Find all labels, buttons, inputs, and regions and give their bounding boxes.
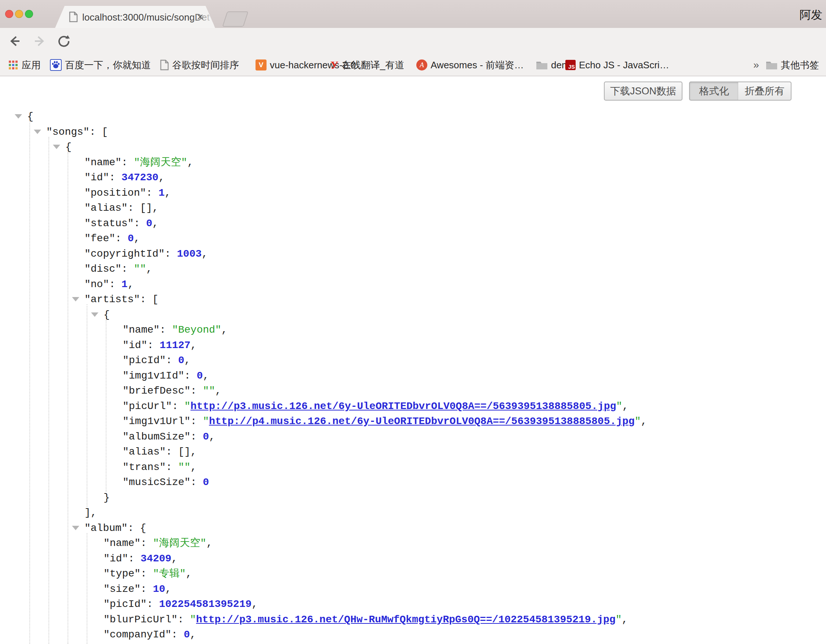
json-token: "no" xyxy=(84,279,109,290)
json-url-link[interactable]: http://p4.music.126.net/6y-UleORITEDbvrO… xyxy=(209,416,634,427)
json-token: "status" xyxy=(84,218,134,229)
tab-close-icon[interactable]: × xyxy=(197,11,203,23)
json-token: 0 xyxy=(146,218,152,229)
json-line: "name": "海阔天空", xyxy=(0,155,826,171)
json-token: : xyxy=(115,233,128,244)
json-line: "artists": [ xyxy=(0,292,826,307)
window-zoom-button[interactable] xyxy=(25,10,33,18)
json-token: "type" xyxy=(104,568,141,579)
json-token: 1 xyxy=(158,187,165,199)
browser-tab[interactable]: localhost:3000/music/songDet × xyxy=(55,6,215,28)
json-token: : xyxy=(166,461,179,473)
json-line: "picId": 102254581395219, xyxy=(0,597,826,612)
json-line: "albumSize": 0, xyxy=(0,429,826,445)
json-token: : [], xyxy=(128,202,158,214)
collapse-toggle-icon[interactable] xyxy=(53,145,60,149)
json-token: , xyxy=(190,629,196,640)
json-line: "copyrightId": 1003, xyxy=(0,246,826,262)
bookmark-item-awesomes[interactable]: A Awesomes - 前端资… xyxy=(416,54,524,76)
json-token: "海阔天空" xyxy=(134,157,187,168)
bookmark-label: Echo JS - JavaScri… xyxy=(579,59,669,71)
json-url-link[interactable]: http://p3.music.126.net/QHw-RuMwfQkmgtiy… xyxy=(196,614,616,625)
json-token: "name" xyxy=(104,537,141,549)
bookmark-label: 百度一下，你就知道 xyxy=(65,59,151,71)
json-token: 347230 xyxy=(121,172,158,183)
json-token: "picId" xyxy=(123,355,166,366)
json-token: 1003 xyxy=(177,248,202,259)
json-token: 11127 xyxy=(160,340,191,351)
json-token: " xyxy=(616,614,622,625)
bookmark-item-baidu[interactable]: 百度一下，你就知道 xyxy=(50,54,151,76)
window-titlebar: localhost:3000/music/songDet × 阿发 xyxy=(0,0,826,28)
json-token: 0 xyxy=(128,233,134,244)
json-line: "position": 1, xyxy=(0,185,826,201)
json-line: "album": { xyxy=(0,521,826,536)
json-line: "trans": "", xyxy=(0,460,826,475)
json-line: "disc": "", xyxy=(0,261,826,277)
json-line: "songs": [ xyxy=(0,124,826,140)
browser-profile-name: 阿发 xyxy=(800,7,822,23)
collapse-toggle-icon[interactable] xyxy=(72,297,79,301)
bookmarks-overflow-chevron[interactable]: » xyxy=(753,54,759,76)
bookmark-label: 应用 xyxy=(22,59,41,71)
bookmark-item-apps[interactable]: 应用 xyxy=(8,54,41,76)
bookmark-item-youdao[interactable]: У 在线翻译_有道 xyxy=(331,54,405,76)
json-line: "alias": [], xyxy=(0,444,826,460)
bookmark-item-google-sort[interactable]: 谷歌按时间排序 xyxy=(160,54,239,76)
json-token: "name" xyxy=(84,157,121,168)
json-token: , xyxy=(128,279,134,290)
json-token: "songs" xyxy=(46,126,90,138)
json-token: : { xyxy=(128,523,146,534)
json-token: : xyxy=(184,370,197,382)
json-token: , xyxy=(252,599,258,610)
collapse-toggle-icon[interactable] xyxy=(34,130,41,134)
json-token: : xyxy=(191,385,203,397)
collapse-toggle-icon[interactable] xyxy=(91,312,98,317)
json-token: , xyxy=(622,400,629,412)
json-token: 0 xyxy=(197,370,203,382)
json-token: , xyxy=(191,461,197,473)
page-icon xyxy=(160,59,169,70)
new-tab-button[interactable] xyxy=(222,11,248,27)
json-token: "img1v1Url" xyxy=(123,416,191,427)
vue-icon: V xyxy=(256,59,267,70)
reload-icon[interactable] xyxy=(56,33,72,49)
folder-icon xyxy=(766,60,778,70)
json-token: "Beyond" xyxy=(172,324,221,335)
json-token: , xyxy=(134,233,140,244)
json-token: : xyxy=(134,218,146,229)
json-line: "id": 347230, xyxy=(0,170,826,185)
json-token: 34209 xyxy=(141,553,171,564)
window-minimize-button[interactable] xyxy=(15,10,23,18)
json-token: "copyrightId" xyxy=(84,248,165,259)
bookmark-item-echojs[interactable]: JS Echo JS - JavaScri… xyxy=(565,54,669,76)
window-close-button[interactable] xyxy=(5,10,13,18)
json-token: " xyxy=(635,416,641,427)
json-token: "trans" xyxy=(123,461,166,473)
json-line: "picId": 0, xyxy=(0,353,826,368)
collapse-toggle-icon[interactable] xyxy=(72,526,79,530)
json-token: 0 xyxy=(178,355,184,366)
json-token: " xyxy=(203,416,209,427)
json-line: "fee": 0, xyxy=(0,231,826,246)
json-token: "briefDesc" xyxy=(123,385,191,397)
json-token: "album" xyxy=(84,523,128,534)
json-token: , xyxy=(206,537,213,549)
json-token: "id" xyxy=(123,340,147,351)
json-token: "" xyxy=(178,461,191,473)
json-line: "blurPicUrl": "http://p3.music.126.net/Q… xyxy=(0,612,826,627)
other-bookmarks-folder[interactable]: 其他书签 xyxy=(766,54,819,76)
json-token: : xyxy=(121,157,134,168)
other-bookmarks-label: 其他书签 xyxy=(781,59,819,71)
json-line: "img1v1Id": 0, xyxy=(0,368,826,384)
forward-icon[interactable] xyxy=(31,33,48,49)
json-token: : xyxy=(178,614,190,625)
json-token: "id" xyxy=(104,553,128,564)
json-line: { xyxy=(0,140,826,155)
back-icon[interactable] xyxy=(6,33,23,49)
json-token: { xyxy=(65,141,71,153)
page-content: 下载JSON数据 格式化 折叠所有 {"songs": [{"name": "海… xyxy=(0,76,826,644)
collapse-toggle-icon[interactable] xyxy=(15,114,22,119)
json-url-link[interactable]: http://p3.music.126.net/6y-UleORITEDbvrO… xyxy=(191,400,616,412)
json-token: " xyxy=(190,614,196,625)
